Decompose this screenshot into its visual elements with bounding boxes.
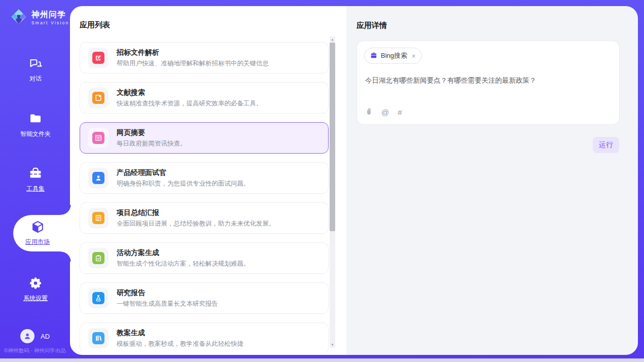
app-card-title: 招标文件解析 — [117, 48, 269, 57]
edit-doc-icon — [92, 52, 104, 64]
cube-icon — [31, 220, 45, 236]
app-card-description: 每日政府新闻资讯快查。 — [117, 139, 187, 148]
app-card-title: 文献搜索 — [117, 88, 263, 97]
mention-icon[interactable]: @ — [381, 108, 389, 117]
app-card-title: 教案生成 — [117, 329, 243, 338]
app-icon-tile — [88, 128, 109, 148]
sidebar-item-toolkit[interactable]: 工具集 — [0, 167, 71, 193]
app-icon-tile — [88, 328, 109, 348]
app-card-title: 产品经理面试官 — [117, 168, 250, 177]
app-card-list: 招标文件解析 帮助用户快速、准确地理解和解析招标书中的关键信息 文献搜索 快速精… — [80, 42, 329, 352]
query-card: Bing搜索 × 今日湖北有哪些新闻要点？有哪些需要关注的最新政策？ @ # — [356, 41, 620, 125]
app-card-description: 模板驱动，教案秒成，教学准备从此轻松快捷 — [117, 340, 243, 348]
app-detail-panel: 应用详情 Bing搜索 × 今日湖北有哪些新闻要点？有哪些需要关注的最新政策？ — [346, 6, 638, 355]
app-card-pm-interviewer[interactable]: 产品经理面试官 明确身份和职责，为您提供专业性的面试问题。 — [80, 162, 329, 194]
app-card-title: 活动方案生成 — [117, 248, 250, 258]
brand-subtitle: Smart Vision — [31, 20, 69, 25]
tool-tag-bing-search[interactable]: Bing搜索 × — [364, 48, 422, 64]
scroll-up-icon[interactable]: ▲ — [330, 37, 335, 42]
app-card-description: 智能生成个性化活动方案，轻松解决规划难题。 — [117, 260, 250, 268]
sidebar-item-label: 智能文件夹 — [0, 130, 71, 138]
app-card-web-summary[interactable]: 网页摘要 每日政府新闻资讯快查。 — [80, 122, 329, 154]
app-root: 神州问学 Smart Vision 对话 智能文件夹 — [0, 0, 644, 362]
app-icon-tile — [88, 88, 109, 108]
app-list-title: 应用列表 — [80, 20, 110, 30]
clipboard-check-icon — [92, 252, 104, 264]
app-card-event-plan[interactable]: 活动方案生成 智能生成个性化活动方案，轻松解决规划难题。 — [80, 242, 329, 274]
app-card-research-report[interactable]: 研究报告 一键智能生成高质量长文本研究报告 — [80, 282, 329, 314]
sidebar-item-chat[interactable]: 对话 — [0, 57, 71, 83]
app-icon-tile — [88, 288, 109, 308]
query-text-input[interactable]: 今日湖北有哪些新闻要点？有哪些需要关注的最新政策？ — [365, 76, 611, 86]
sidebar-item-smart-folder[interactable]: 智能文件夹 — [0, 112, 71, 138]
user-account[interactable]: AD — [20, 329, 50, 343]
books-icon — [92, 332, 104, 344]
sidebar-item-label: 系统设置 — [0, 294, 71, 303]
app-card-description: 快速精准查找学术资源，提高研究效率的必备工具。 — [117, 99, 263, 108]
app-list-panel: 应用列表 招标文件解析 帮助用户快速、准确地理解和解析招标书中的关键信息 — [70, 6, 346, 355]
tool-tag-label: Bing搜索 — [381, 51, 407, 60]
memo-icon — [92, 212, 104, 224]
scroll-down-icon[interactable]: ▼ — [330, 342, 335, 347]
avatar — [20, 329, 34, 343]
app-icon-tile — [88, 48, 109, 68]
app-icon-tile — [88, 248, 109, 268]
hashtag-icon[interactable]: # — [398, 108, 402, 117]
sidebar-item-label: 对话 — [0, 75, 71, 83]
sidebar-item-settings[interactable]: 系统设置 — [0, 276, 71, 303]
app-card-bid-analysis[interactable]: 招标文件解析 帮助用户快速、准确地理解和解析招标书中的关键信息 — [80, 42, 329, 74]
toolbox-icon — [29, 173, 42, 182]
app-card-title: 研究报告 — [117, 288, 218, 298]
app-icon-tile — [88, 168, 109, 188]
app-card-title: 项目总结汇报 — [117, 208, 275, 218]
interviewer-icon — [92, 172, 104, 184]
web-code-icon — [92, 132, 104, 144]
app-card-project-summary[interactable]: 项目总结汇报 全面回顾项目进展，总结经验教训，助力未来优化发展。 — [80, 202, 329, 234]
book-icon — [92, 92, 104, 104]
briefcase-icon — [370, 52, 377, 60]
copyright-footer: ©神州数码 · 神州问学出品 — [4, 347, 66, 354]
brand: 神州问学 Smart Vision — [10, 8, 69, 27]
research-icon — [92, 292, 104, 304]
folder-icon — [29, 118, 42, 127]
gear-icon — [29, 282, 42, 291]
paperclip-icon[interactable] — [365, 107, 373, 117]
sidebar-item-label: 工具集 — [0, 185, 71, 193]
chat-icon — [29, 63, 42, 71]
app-card-literature-search[interactable]: 文献搜索 快速精准查找学术资源，提高研究效率的必备工具。 — [80, 82, 329, 114]
run-button[interactable]: 运行 — [593, 137, 619, 153]
app-card-description: 帮助用户快速、准确地理解和解析招标书中的关键信息 — [117, 59, 269, 68]
scrollbar-thumb[interactable] — [330, 43, 335, 231]
user-name: AD — [41, 333, 50, 340]
app-card-lesson-plan[interactable]: 教案生成 模板驱动，教案秒成，教学准备从此轻松快捷 — [80, 322, 329, 352]
app-icon-tile — [88, 208, 109, 228]
sidebar-item-label: 应用市场 — [25, 238, 50, 246]
sidebar: 神州问学 Smart Vision 对话 智能文件夹 — [0, 0, 71, 358]
app-card-title: 网页摘要 — [117, 128, 187, 137]
app-card-description: 全面回顾项目进展，总结经验教训，助力未来优化发展。 — [117, 220, 275, 228]
close-icon[interactable]: × — [412, 53, 416, 59]
brand-name: 神州问学 — [31, 10, 69, 19]
app-card-description: 一键智能生成高质量长文本研究报告 — [117, 300, 218, 308]
app-detail-title: 应用详情 — [356, 21, 387, 30]
attachment-toolbar: @ # — [365, 107, 402, 117]
list-scrollbar[interactable]: ▲ ▼ — [330, 37, 335, 348]
brand-logo-icon — [10, 8, 27, 27]
sidebar-item-app-market[interactable]: 应用市场 — [13, 215, 71, 251]
app-card-description: 明确身份和职责，为您提供专业性的面试问题。 — [117, 179, 250, 188]
